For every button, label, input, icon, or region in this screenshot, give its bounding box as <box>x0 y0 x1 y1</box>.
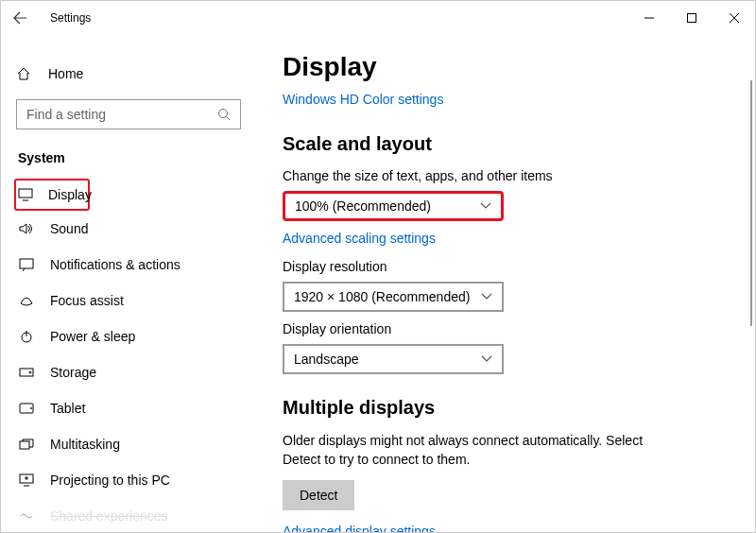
sidebar: Home Find a setting System Display Sound <box>1 35 256 532</box>
storage-icon <box>18 364 35 381</box>
home-icon <box>16 66 33 81</box>
titlebar: Settings <box>1 1 755 35</box>
orientation-label: Display orientation <box>283 321 729 336</box>
focus-icon <box>18 292 35 309</box>
sidebar-item-label: Storage <box>50 365 96 380</box>
sidebar-item-label: Multitasking <box>50 437 120 452</box>
sound-icon <box>18 220 35 237</box>
resolution-dropdown[interactable]: 1920 × 1080 (Recommended) <box>283 282 504 312</box>
back-button[interactable] <box>12 10 35 26</box>
sidebar-item-label: Shared experiences <box>50 508 168 524</box>
multiple-text: Older displays might not always connect … <box>283 432 661 469</box>
sidebar-item-sound[interactable]: Sound <box>16 211 256 247</box>
scrollbar-thumb[interactable] <box>750 80 752 326</box>
power-icon <box>18 328 35 345</box>
search-icon <box>217 108 231 121</box>
sidebar-item-label: Display <box>48 187 92 202</box>
sidebar-item-label: Notifications & actions <box>50 257 180 272</box>
sidebar-item-label: Power & sleep <box>50 329 135 344</box>
sidebar-item-power[interactable]: Power & sleep <box>16 318 256 354</box>
svg-rect-0 <box>687 14 696 23</box>
hd-color-link[interactable]: Windows HD Color settings <box>283 92 443 107</box>
sidebar-category: System <box>16 150 256 165</box>
chevron-down-icon <box>480 202 491 210</box>
scale-heading: Scale and layout <box>283 133 729 155</box>
orientation-dropdown[interactable]: Landscape <box>283 344 504 374</box>
svg-rect-3 <box>20 259 33 268</box>
detect-button[interactable]: Detect <box>283 480 354 510</box>
sidebar-item-label: Focus assist <box>50 293 124 308</box>
sidebar-item-shared[interactable]: Shared experiences <box>16 498 256 532</box>
notifications-icon <box>18 256 35 273</box>
page-title: Display <box>283 52 729 82</box>
minimize-button[interactable] <box>627 4 670 32</box>
svg-point-8 <box>31 408 32 409</box>
svg-rect-9 <box>20 441 29 449</box>
sidebar-item-storage[interactable]: Storage <box>16 354 256 390</box>
maximize-button[interactable] <box>670 4 713 32</box>
search-input[interactable]: Find a setting <box>16 99 241 129</box>
sidebar-item-label: Tablet <box>50 401 85 416</box>
sidebar-home[interactable]: Home <box>16 56 256 92</box>
shared-icon <box>18 507 35 524</box>
scrollbar[interactable] <box>749 80 753 528</box>
size-dropdown[interactable]: 100% (Recommended) <box>283 191 504 221</box>
content-area: Display Windows HD Color settings Scale … <box>256 35 755 532</box>
advanced-display-link[interactable]: Advanced display settings <box>283 524 436 532</box>
sidebar-item-projecting[interactable]: Projecting to this PC <box>16 462 256 498</box>
size-value: 100% (Recommended) <box>295 198 431 214</box>
sidebar-home-label: Home <box>48 66 83 81</box>
chevron-down-icon <box>481 293 492 301</box>
resolution-label: Display resolution <box>283 259 729 274</box>
close-button[interactable] <box>713 4 755 32</box>
search-placeholder: Find a setting <box>26 107 106 122</box>
sidebar-item-display[interactable]: Display <box>14 179 90 211</box>
sidebar-item-focus[interactable]: Focus assist <box>16 283 256 318</box>
size-label: Change the size of text, apps, and other… <box>283 168 729 183</box>
sidebar-item-multitasking[interactable]: Multitasking <box>16 426 256 462</box>
sidebar-item-tablet[interactable]: Tablet <box>16 390 256 426</box>
svg-point-1 <box>219 110 228 118</box>
sidebar-item-notifications[interactable]: Notifications & actions <box>16 247 256 283</box>
multiple-heading: Multiple displays <box>283 397 729 419</box>
orientation-value: Landscape <box>294 352 359 367</box>
window-title: Settings <box>50 11 91 25</box>
sidebar-item-label: Sound <box>50 221 88 236</box>
svg-point-6 <box>29 371 31 373</box>
resolution-value: 1920 × 1080 (Recommended) <box>294 289 470 304</box>
svg-rect-2 <box>19 189 32 198</box>
advanced-scaling-link[interactable]: Advanced scaling settings <box>283 231 436 246</box>
chevron-down-icon <box>481 355 492 363</box>
display-icon <box>18 186 33 203</box>
tablet-icon <box>18 400 35 417</box>
multitasking-icon <box>18 436 35 453</box>
projecting-icon <box>18 472 35 489</box>
sidebar-item-label: Projecting to this PC <box>50 473 170 488</box>
